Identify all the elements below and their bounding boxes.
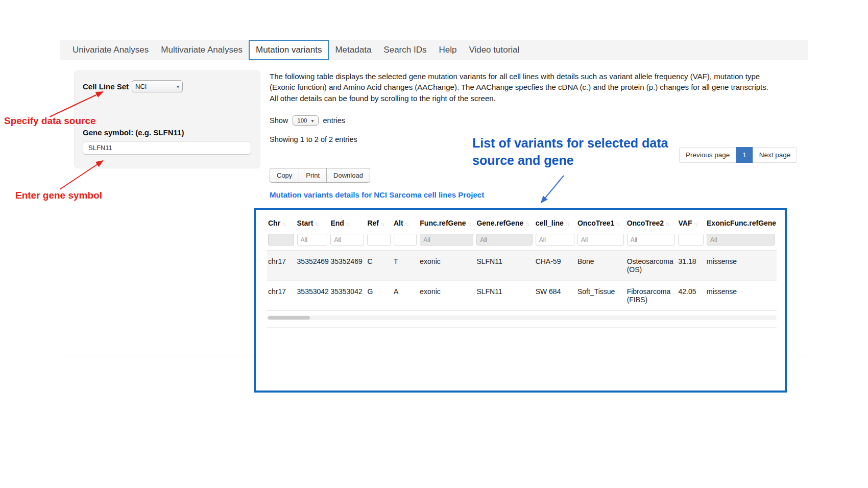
controls-panel: Cell Line Set NCI ▾ Gene symbol: (e.g. S… bbox=[74, 70, 260, 168]
sort-icon[interactable]: ↑↓ bbox=[282, 221, 285, 227]
next-page-button[interactable]: Next page bbox=[753, 147, 798, 163]
sort-icon[interactable]: ↑↓ bbox=[616, 221, 619, 227]
sort-icon[interactable]: ↑↓ bbox=[468, 221, 471, 227]
page: Univariate AnalysesMultivariate Analyses… bbox=[0, 0, 868, 488]
cell-oncotree1: Bone bbox=[576, 251, 626, 281]
filter-cell-alt bbox=[393, 232, 419, 251]
tab-mutation-variants[interactable]: Mutation variants bbox=[249, 40, 329, 60]
sort-icon[interactable]: ↑↓ bbox=[565, 221, 569, 227]
cell-line-set-label: Cell Line Set bbox=[83, 82, 129, 91]
column-filter-end[interactable] bbox=[330, 234, 364, 246]
download-button[interactable]: Download bbox=[326, 168, 370, 183]
print-button[interactable]: Print bbox=[299, 168, 327, 183]
column-header-gene-refgene[interactable]: Gene.refGene↑↓ bbox=[475, 217, 534, 232]
table-head: Chr↑↓Start↑↓End↑↓Ref↑↓Alt↑↓Func.refGene↑… bbox=[267, 217, 777, 251]
filter-cell-oncotree1 bbox=[576, 232, 626, 251]
tab-video-tutorial[interactable]: Video tutorial bbox=[463, 40, 525, 60]
column-filter-start[interactable] bbox=[297, 234, 328, 246]
sort-icon[interactable]: ↑↓ bbox=[665, 221, 669, 227]
cell-vaf: 42.05 bbox=[677, 281, 706, 311]
column-filter-gene-refgene[interactable] bbox=[476, 234, 532, 246]
sort-icon[interactable]: ↑↓ bbox=[525, 221, 528, 227]
column-header-cell-line[interactable]: cell_line↑↓ bbox=[535, 217, 576, 232]
horizontal-scrollbar-track[interactable] bbox=[267, 315, 777, 320]
tab-multivariate-analyses[interactable]: Multivariate Analyses bbox=[155, 40, 249, 60]
table-title-link[interactable]: Mutation variants details for NCI Sarcom… bbox=[270, 190, 484, 199]
tab-help[interactable]: Help bbox=[432, 40, 463, 60]
page-length-select[interactable]: 100 ▾ bbox=[293, 115, 318, 126]
table-header-row: Chr↑↓Start↑↓End↑↓Ref↑↓Alt↑↓Func.refGene↑… bbox=[267, 217, 777, 232]
column-filter-ref[interactable] bbox=[367, 234, 390, 246]
column-label: cell_line bbox=[536, 219, 564, 227]
copy-button[interactable]: Copy bbox=[270, 168, 299, 183]
column-filter-alt[interactable] bbox=[394, 234, 417, 246]
table-description: The following table displays the selecte… bbox=[270, 71, 777, 104]
column-filter-cell-line[interactable] bbox=[536, 234, 574, 246]
sort-icon[interactable]: ↑↓ bbox=[380, 221, 384, 227]
column-filter-exonicfunc-refgene[interactable] bbox=[707, 234, 775, 246]
cell-exonicfunc-refgene: missense bbox=[706, 251, 777, 281]
column-label: VAF bbox=[678, 219, 692, 227]
column-header-oncotree1[interactable]: OncoTree1↑↓ bbox=[576, 217, 626, 232]
show-entries-row: Show 100 ▾ entries bbox=[270, 115, 345, 126]
column-label: End bbox=[330, 219, 344, 227]
current-page-button[interactable]: 1 bbox=[736, 147, 753, 163]
column-header-oncotree2[interactable]: OncoTree2↑↓ bbox=[626, 217, 678, 232]
showing-entries-info: Showing 1 to 2 of 2 entries bbox=[270, 135, 357, 143]
table-row: chr173535304235353042GAexonicSLFN11SW 68… bbox=[267, 281, 777, 311]
column-filter-chr[interactable] bbox=[268, 234, 294, 246]
gene-symbol-input[interactable] bbox=[83, 141, 251, 155]
table-row: chr173535246935352469CTexonicSLFN11CHA-5… bbox=[267, 251, 777, 281]
entries-label: entries bbox=[323, 116, 346, 125]
filter-cell-end bbox=[329, 232, 366, 251]
column-label: Chr bbox=[268, 219, 280, 227]
cell-alt: T bbox=[393, 251, 419, 281]
page-length-value: 100 bbox=[297, 117, 307, 124]
column-header-vaf[interactable]: VAF↑↓ bbox=[677, 217, 706, 232]
column-filter-func-refgene[interactable] bbox=[420, 234, 473, 246]
annotation-enter-gene-symbol: Enter gene symbol bbox=[15, 190, 102, 201]
cell-cell-line: CHA-59 bbox=[535, 251, 576, 281]
cell-alt: A bbox=[393, 281, 419, 311]
filter-cell-start bbox=[296, 232, 330, 251]
tab-univariate-analyses[interactable]: Univariate Analyses bbox=[66, 40, 155, 60]
column-header-start[interactable]: Start↑↓ bbox=[296, 217, 330, 232]
horizontal-scrollbar-thumb[interactable] bbox=[268, 316, 310, 320]
column-label: ExonicFunc.refGene bbox=[707, 219, 776, 227]
tab-metadata[interactable]: Metadata bbox=[329, 40, 377, 60]
cell-chr: chr17 bbox=[267, 281, 296, 311]
cell-start: 35353042 bbox=[296, 281, 330, 311]
cell-func-refgene: exonic bbox=[419, 251, 475, 281]
filter-cell-oncotree2 bbox=[626, 232, 678, 251]
cell-line-set-select[interactable]: NCI ▾ bbox=[132, 80, 183, 92]
column-filter-vaf[interactable] bbox=[678, 234, 704, 246]
column-header-exonicfunc-refgene[interactable]: ExonicFunc.refGene↑↓ bbox=[706, 217, 777, 232]
column-filter-oncotree2[interactable] bbox=[627, 234, 676, 246]
cell-chr: chr17 bbox=[267, 251, 296, 281]
column-label: Start bbox=[297, 219, 314, 227]
variants-table: Chr↑↓Start↑↓End↑↓Ref↑↓Alt↑↓Func.refGene↑… bbox=[267, 217, 777, 311]
tab-search-ids[interactable]: Search IDs bbox=[377, 40, 432, 60]
filter-cell-exonicfunc-refgene bbox=[706, 232, 777, 251]
filter-cell-func-refgene bbox=[419, 232, 475, 251]
tab-bar: Univariate AnalysesMultivariate Analyses… bbox=[60, 40, 808, 60]
cell-oncotree1: Soft_Tissue bbox=[576, 281, 626, 311]
table-scroll-area bbox=[267, 311, 777, 328]
previous-page-button[interactable]: Previous page bbox=[679, 147, 736, 163]
column-header-end[interactable]: End↑↓ bbox=[329, 217, 366, 232]
cell-gene-refgene: SLFN11 bbox=[475, 251, 534, 281]
sort-icon[interactable]: ↑↓ bbox=[346, 221, 349, 227]
column-header-chr[interactable]: Chr↑↓ bbox=[267, 217, 296, 232]
sort-icon[interactable]: ↑↓ bbox=[693, 221, 697, 227]
column-label: Alt bbox=[394, 219, 403, 227]
pagination: Previous page 1 Next page bbox=[679, 147, 797, 163]
sort-icon[interactable]: ↑↓ bbox=[315, 221, 318, 227]
cell-end: 35352469 bbox=[329, 251, 366, 281]
filter-cell-vaf bbox=[677, 232, 706, 251]
column-header-func-refgene[interactable]: Func.refGene↑↓ bbox=[419, 217, 475, 232]
column-filter-oncotree1[interactable] bbox=[577, 234, 624, 246]
filter-cell-cell-line bbox=[535, 232, 576, 251]
sort-icon[interactable]: ↑↓ bbox=[405, 221, 408, 227]
column-header-ref[interactable]: Ref↑↓ bbox=[366, 217, 392, 232]
column-header-alt[interactable]: Alt↑↓ bbox=[393, 217, 419, 232]
